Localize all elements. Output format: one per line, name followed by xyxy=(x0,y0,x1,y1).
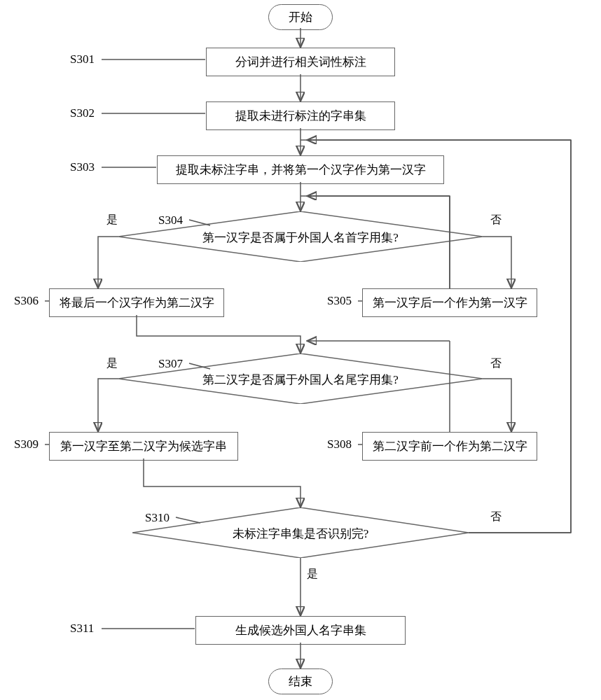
step-s303-box: 提取未标注字串，并将第一个汉字作为第一汉字 xyxy=(157,155,444,184)
s304-yes-label: 是 xyxy=(106,213,118,227)
s307-yes-label: 是 xyxy=(106,356,118,371)
label-s304: S304 xyxy=(158,214,183,227)
s310-yes-label: 是 xyxy=(307,567,318,582)
s310-no-label: 否 xyxy=(490,510,502,524)
decision-s310-text: 未标注字串集是否识别完? xyxy=(132,526,469,542)
s304-no-label: 否 xyxy=(490,213,502,227)
decision-s307-text: 第二汉字是否属于外国人名尾字用集? xyxy=(118,372,483,388)
decision-s304-text: 第一汉字是否属于外国人名首字用集? xyxy=(118,230,483,246)
label-s308: S308 xyxy=(327,438,352,451)
s307-no-label: 否 xyxy=(490,356,502,371)
step-s302-box: 提取未进行标注的字串集 xyxy=(206,102,395,130)
label-s306: S306 xyxy=(14,294,39,308)
label-s309: S309 xyxy=(14,438,39,451)
label-s311: S311 xyxy=(70,622,94,636)
label-s303: S303 xyxy=(70,160,95,174)
step-s308-box: 第二汉字前一个作为第二汉字 xyxy=(362,432,537,461)
decision-s310: 未标注字串集是否识别完? xyxy=(132,507,469,561)
label-s310: S310 xyxy=(145,511,170,525)
label-s301: S301 xyxy=(70,52,95,66)
step-s301-box: 分词并进行相关词性标注 xyxy=(206,48,395,76)
label-s307: S307 xyxy=(158,357,183,371)
end-terminal: 结束 xyxy=(268,668,333,694)
step-s306-box: 将最后一个汉字作为第二汉字 xyxy=(49,288,224,317)
step-s309-box: 第一汉字至第二汉字为候选字串 xyxy=(49,432,238,461)
label-s305: S305 xyxy=(327,294,352,308)
start-terminal: 开始 xyxy=(268,4,333,30)
step-s305-box: 第一汉字后一个作为第一汉字 xyxy=(362,288,537,317)
label-s302: S302 xyxy=(70,106,95,120)
step-s311-box: 生成候选外国人名字串集 xyxy=(195,616,406,645)
